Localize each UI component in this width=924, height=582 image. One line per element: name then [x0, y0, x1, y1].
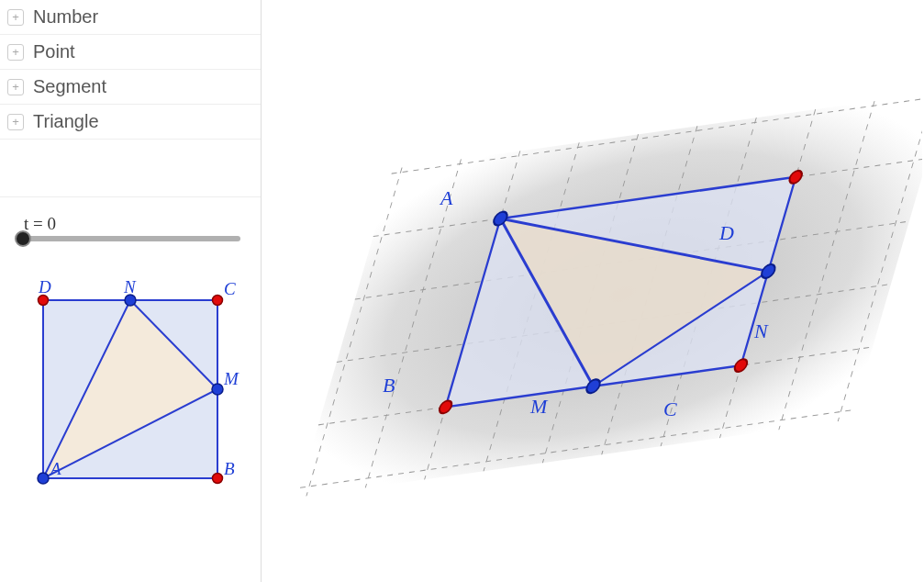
mini-label-a: A: [49, 459, 61, 478]
mini-point-d[interactable]: [39, 296, 49, 306]
mini-point-a[interactable]: [38, 473, 49, 484]
mini-label-c: C: [224, 279, 236, 298]
object-group-segment[interactable]: + Segment: [0, 70, 261, 105]
expand-icon[interactable]: +: [7, 79, 24, 95]
object-group-number[interactable]: + Number: [0, 0, 261, 35]
mini-2d-view[interactable]: A B C D M N: [20, 265, 240, 504]
expand-icon[interactable]: +: [7, 114, 24, 130]
mini-point-b[interactable]: [213, 474, 223, 484]
mini-label-d: D: [38, 277, 51, 297]
slider-t[interactable]: [20, 236, 240, 241]
algebra-panel: + Number + Point + Segment + Triangle t …: [0, 0, 262, 582]
main-label-d: D: [718, 221, 734, 244]
main-label-m: M: [529, 395, 549, 418]
main-label-b: B: [383, 374, 395, 397]
main-label-a: A: [439, 186, 453, 209]
main-label-n: N: [753, 319, 769, 342]
mini-label-n: N: [123, 277, 137, 297]
object-group-label: Point: [33, 41, 75, 62]
object-type-list: + Number + Point + Segment + Triangle: [0, 0, 261, 140]
object-group-point[interactable]: + Point: [0, 35, 261, 70]
slider-panel: t = 0: [0, 197, 261, 247]
object-group-triangle[interactable]: + Triangle: [0, 105, 261, 140]
object-group-label: Number: [33, 6, 98, 28]
expand-icon[interactable]: +: [7, 9, 24, 26]
main-3d-view[interactable]: A D N B M C: [262, 0, 924, 582]
mini-point-m[interactable]: [212, 384, 223, 395]
slider-thumb[interactable]: [15, 230, 31, 247]
object-group-label: Triangle: [33, 111, 99, 132]
expand-icon[interactable]: +: [7, 44, 24, 61]
mini-label-b: B: [224, 459, 235, 478]
object-group-label: Segment: [33, 76, 106, 97]
mini-label-m: M: [223, 369, 239, 388]
slider-label: t = 0: [24, 214, 244, 234]
mini-point-c[interactable]: [213, 296, 223, 306]
main-label-c: C: [663, 397, 677, 420]
